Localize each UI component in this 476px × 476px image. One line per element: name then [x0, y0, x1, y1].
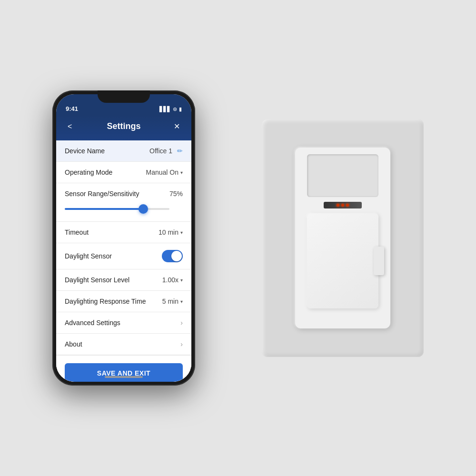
slider-thumb[interactable] — [139, 204, 148, 214]
phone-screen: 9:41 ▋▋▋ ⊛ ▮ < Settings ✕ Device Name — [56, 94, 191, 382]
settings-list: Device Name Office 1 ✏ Operating Mode Ma… — [56, 140, 191, 382]
setting-row-daylight-level[interactable]: Daylight Sensor Level 1.00x ▾ — [56, 269, 191, 291]
setting-row-sensor-range: Sensor Range/Sensitivity 75% — [56, 183, 191, 204]
sensor-range-value: 75% — [169, 190, 183, 198]
timeout-text: 10 min — [159, 228, 178, 236]
edit-icon[interactable]: ✏ — [177, 147, 183, 155]
daylight-level-value: 1.00x ▾ — [162, 276, 183, 284]
daylight-response-value: 5 min ▾ — [162, 298, 183, 305]
close-button[interactable]: ✕ — [172, 120, 182, 133]
slider-track — [65, 208, 169, 210]
device-name-value: Office 1 ✏ — [149, 147, 183, 155]
led-dot — [337, 204, 339, 207]
status-icons: ▋▋▋ ⊛ ▮ — [159, 106, 182, 112]
daylight-response-label: Daylighting Response Time — [65, 298, 146, 305]
daylight-level-label: Daylight Sensor Level — [65, 276, 129, 284]
signal-icon: ▋▋▋ — [159, 106, 171, 112]
toggle-thumb — [171, 251, 182, 261]
app-header: < Settings ✕ — [56, 115, 191, 140]
save-and-exit-button[interactable]: SAVE AND EXIT — [65, 363, 183, 382]
daylight-sensor-label: Daylight Sensor — [65, 252, 112, 260]
device-name-text: Office 1 — [149, 147, 172, 155]
sensor-range-text: 75% — [169, 190, 183, 198]
dropdown-arrow-icon: ▾ — [180, 170, 183, 175]
home-indicator — [105, 376, 143, 378]
settings-title: Settings — [107, 121, 140, 131]
advanced-chevron-icon: › — [180, 319, 183, 327]
led-dot-2 — [341, 204, 344, 207]
setting-row-device-name[interactable]: Device Name Office 1 ✏ — [56, 140, 191, 162]
slider-tab[interactable] — [374, 247, 384, 275]
timeout-label: Timeout — [65, 228, 89, 236]
wall-plate — [295, 148, 390, 328]
operating-mode-value: Manual On ▾ — [146, 169, 183, 176]
switch-paddle[interactable] — [307, 213, 378, 308]
switch-container — [262, 119, 424, 357]
led-dot-3 — [346, 204, 349, 207]
operating-mode-label: Operating Mode — [65, 169, 112, 176]
setting-row-timeout[interactable]: Timeout 10 min ▾ — [56, 222, 191, 243]
advanced-label: Advanced Settings — [65, 319, 120, 327]
setting-row-operating-mode[interactable]: Operating Mode Manual On ▾ — [56, 162, 191, 183]
setting-row-advanced[interactable]: Advanced Settings › — [56, 312, 191, 334]
setting-row-daylight-sensor[interactable]: Daylight Sensor — [56, 243, 191, 269]
back-button[interactable]: < — [66, 120, 74, 133]
battery-icon: ▮ — [179, 106, 182, 112]
phone: 9:41 ▋▋▋ ⊛ ▮ < Settings ✕ Device Name — [52, 90, 195, 386]
timeout-dropdown-icon: ▾ — [180, 230, 183, 235]
notch — [98, 90, 150, 103]
sensor-range-label: Sensor Range/Sensitivity — [65, 190, 139, 198]
slider-section[interactable] — [56, 204, 191, 221]
operating-mode-text: Manual On — [146, 169, 178, 176]
slider-fill — [65, 208, 143, 210]
daylight-sensor-toggle[interactable] — [162, 250, 183, 262]
daylight-response-text: 5 min — [162, 298, 178, 305]
about-label: About — [65, 340, 82, 348]
led-bar — [324, 202, 362, 208]
about-chevron-icon: › — [180, 340, 183, 348]
wifi-icon: ⊛ — [173, 106, 177, 112]
scene: 9:41 ▋▋▋ ⊛ ▮ < Settings ✕ Device Name — [0, 0, 476, 476]
status-time: 9:41 — [66, 105, 78, 112]
daylight-level-dropdown-icon: ▾ — [180, 278, 183, 283]
setting-row-daylight-response[interactable]: Daylighting Response Time 5 min ▾ — [56, 291, 191, 312]
device-name-label: Device Name — [65, 147, 105, 155]
setting-row-about[interactable]: About › — [56, 334, 191, 355]
sensor-window — [307, 154, 378, 197]
daylight-level-text: 1.00x — [162, 276, 178, 284]
daylight-response-dropdown-icon: ▾ — [180, 299, 183, 304]
slider-wrapper[interactable] — [65, 204, 183, 214]
timeout-value: 10 min ▾ — [159, 228, 183, 236]
